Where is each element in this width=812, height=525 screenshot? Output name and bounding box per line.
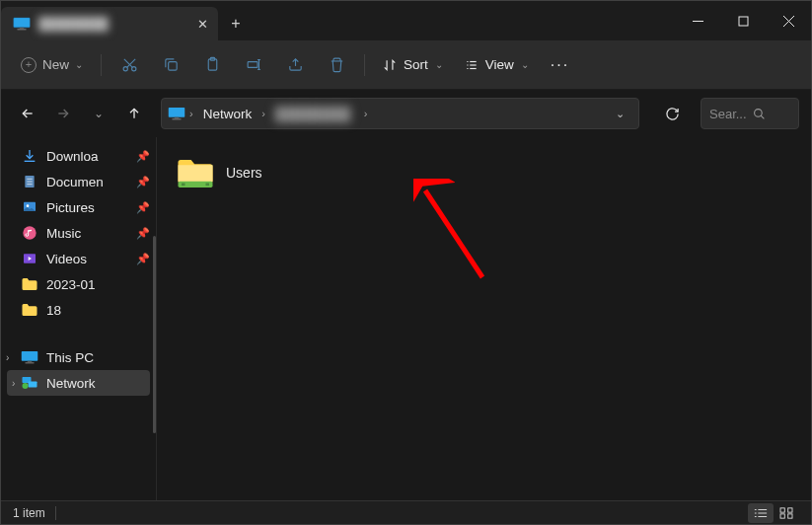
window-tab[interactable]: ████████ ✕: [1, 7, 218, 40]
new-label: New: [42, 57, 69, 72]
breadcrumb-separator: ›: [259, 108, 267, 119]
navigation-pane: Downloa 📌 Documen 📌 Pictures 📌 Music 📌 V…: [1, 137, 157, 500]
pin-icon: 📌: [136, 176, 150, 188]
chevron-down-icon: ⌄: [75, 59, 83, 70]
maximize-button[interactable]: [720, 1, 766, 40]
svg-rect-12: [168, 62, 177, 70]
videos-icon: [21, 251, 38, 266]
sidebar-item-videos[interactable]: Videos 📌: [1, 246, 156, 271]
folder-icon: [21, 276, 38, 292]
address-history-chevron[interactable]: ⌄: [608, 108, 632, 120]
close-button[interactable]: [766, 1, 811, 40]
cut-button[interactable]: [110, 48, 149, 82]
svg-rect-5: [739, 17, 748, 26]
svg-point-44: [23, 383, 29, 389]
svg-rect-56: [788, 507, 792, 511]
thumbnails-view-button[interactable]: [774, 503, 799, 523]
up-button[interactable]: [119, 99, 149, 128]
search-input[interactable]: Sear...: [701, 98, 799, 129]
svg-rect-58: [788, 513, 792, 517]
document-icon: [21, 174, 38, 189]
svg-rect-3: [18, 29, 27, 30]
chevron-right-icon: ›: [6, 352, 9, 363]
more-button[interactable]: ···: [541, 50, 579, 80]
navigation-bar: ⌄ › Network › ████████ › ⌄ Sear...: [1, 90, 811, 137]
svg-rect-47: [206, 184, 210, 187]
monitor-icon: [168, 107, 185, 120]
chevron-right-icon: ›: [12, 378, 15, 389]
window-controls: [675, 1, 811, 40]
sidebar-item-downloads[interactable]: Downloa 📌: [1, 143, 156, 169]
chevron-down-icon: ⌄: [435, 59, 443, 70]
back-button[interactable]: [13, 99, 42, 128]
command-bar: + New ⌄ Sort ⌄ View ⌄ ···: [1, 40, 811, 90]
sidebar-item-this-pc[interactable]: › This PC: [1, 344, 156, 370]
svg-line-48: [425, 190, 482, 277]
sidebar-item-music[interactable]: Music 📌: [1, 220, 156, 246]
svg-rect-27: [173, 118, 182, 119]
svg-rect-2: [20, 28, 25, 30]
sidebar-item-folder[interactable]: 2023-01: [1, 271, 156, 297]
item-count: 1 item: [13, 506, 45, 520]
sort-icon: [383, 58, 397, 72]
content-pane[interactable]: Users: [157, 137, 811, 500]
refresh-button[interactable]: [655, 98, 689, 129]
svg-rect-57: [780, 513, 784, 517]
folder-icon: [21, 302, 38, 318]
svg-rect-0: [14, 18, 31, 28]
svg-rect-41: [26, 362, 35, 363]
new-button[interactable]: + New ⌄: [11, 51, 93, 79]
svg-rect-25: [169, 108, 185, 117]
minimize-button[interactable]: [675, 1, 720, 40]
forward-button[interactable]: [48, 99, 78, 128]
sidebar-item-pictures[interactable]: Pictures 📌: [1, 194, 156, 220]
copy-button[interactable]: [151, 48, 190, 82]
folder-label: Users: [226, 165, 262, 181]
chevron-down-icon: ⌄: [521, 59, 529, 70]
svg-rect-40: [28, 361, 33, 363]
title-bar: ████████ ✕ +: [1, 1, 811, 40]
pin-icon: 📌: [136, 253, 150, 265]
list-item[interactable]: Users: [171, 151, 797, 194]
svg-rect-46: [182, 184, 185, 187]
pc-icon: [21, 349, 38, 365]
svg-line-29: [761, 115, 764, 118]
delete-button[interactable]: [317, 48, 356, 82]
search-icon: [753, 108, 766, 120]
recent-button[interactable]: ⌄: [84, 99, 113, 128]
address-bar[interactable]: › Network › ████████ › ⌄: [161, 98, 639, 129]
tab-close-button[interactable]: ✕: [196, 17, 208, 32]
paste-button[interactable]: [192, 48, 232, 82]
svg-rect-43: [29, 382, 37, 388]
breadcrumb-host[interactable]: ████████: [269, 103, 360, 125]
pin-icon: 📌: [136, 227, 150, 240]
shared-folder-icon: [175, 155, 216, 190]
sidebar-item-network[interactable]: › Network: [7, 370, 150, 396]
view-label: View: [485, 57, 514, 72]
sidebar-item-folder[interactable]: 18: [1, 297, 156, 323]
pin-icon: 📌: [136, 150, 150, 163]
search-placeholder: Sear...: [709, 107, 747, 121]
sort-button[interactable]: Sort ⌄: [373, 51, 453, 78]
tab-title: ████████: [38, 17, 188, 31]
svg-rect-26: [175, 117, 180, 119]
monitor-icon: [13, 17, 31, 31]
svg-rect-15: [248, 62, 258, 68]
sidebar-scrollbar[interactable]: [153, 236, 156, 433]
breadcrumb-separator: ›: [187, 108, 195, 119]
breadcrumb-network[interactable]: Network: [197, 103, 258, 125]
svg-rect-39: [22, 351, 38, 361]
share-button[interactable]: [275, 48, 315, 82]
details-view-button[interactable]: [748, 503, 774, 523]
pictures-icon: [21, 199, 38, 215]
view-icon: [465, 58, 479, 72]
breadcrumb-separator: ›: [362, 108, 370, 119]
rename-button[interactable]: [234, 48, 273, 82]
sidebar-item-documents[interactable]: Documen 📌: [1, 169, 156, 194]
status-bar: 1 item: [1, 500, 811, 524]
view-button[interactable]: View ⌄: [455, 51, 539, 78]
pin-icon: 📌: [136, 201, 150, 214]
new-tab-button[interactable]: +: [218, 7, 254, 40]
svg-point-36: [27, 204, 30, 207]
plus-circle-icon: +: [21, 57, 37, 73]
